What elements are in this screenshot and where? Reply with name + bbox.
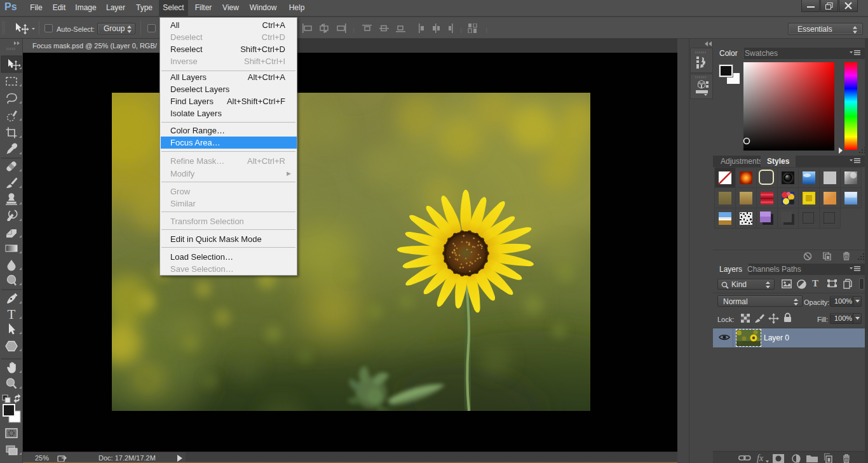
svg-text:fx: fx xyxy=(757,453,764,463)
svg-text:T: T xyxy=(8,307,16,322)
